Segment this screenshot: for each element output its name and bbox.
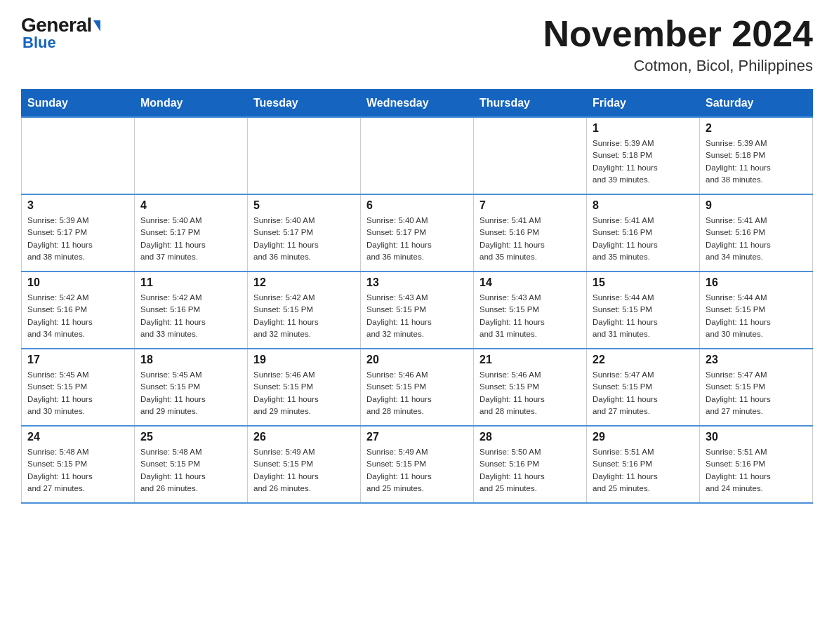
calendar-cell: 23Sunrise: 5:47 AMSunset: 5:15 PMDayligh… bbox=[700, 349, 813, 426]
day-number: 14 bbox=[479, 276, 581, 289]
day-info: Sunrise: 5:51 AMSunset: 5:16 PMDaylight:… bbox=[593, 446, 694, 495]
calendar-cell: 16Sunrise: 5:44 AMSunset: 5:15 PMDayligh… bbox=[700, 271, 813, 349]
calendar-cell: 20Sunrise: 5:46 AMSunset: 5:15 PMDayligh… bbox=[361, 349, 474, 426]
day-info: Sunrise: 5:46 AMSunset: 5:15 PMDaylight:… bbox=[253, 369, 355, 417]
day-info: Sunrise: 5:39 AMSunset: 5:18 PMDaylight:… bbox=[593, 137, 694, 186]
calendar-cell bbox=[135, 117, 248, 194]
calendar-cell bbox=[474, 117, 587, 194]
calendar-cell: 12Sunrise: 5:42 AMSunset: 5:15 PMDayligh… bbox=[248, 271, 361, 349]
calendar-cell bbox=[361, 117, 474, 194]
calendar-week-4: 17Sunrise: 5:45 AMSunset: 5:15 PMDayligh… bbox=[22, 349, 813, 426]
calendar-cell: 8Sunrise: 5:41 AMSunset: 5:16 PMDaylight… bbox=[587, 194, 700, 271]
calendar-cell bbox=[22, 117, 135, 194]
title-block: November 2024 Cotmon, Bicol, Philippines bbox=[543, 14, 813, 75]
day-number: 25 bbox=[140, 431, 241, 443]
day-number: 5 bbox=[253, 199, 355, 212]
calendar-header-wednesday: Wednesday bbox=[361, 90, 474, 118]
calendar-cell: 25Sunrise: 5:48 AMSunset: 5:15 PMDayligh… bbox=[135, 426, 248, 503]
day-number: 8 bbox=[593, 199, 694, 212]
day-number: 4 bbox=[140, 199, 241, 212]
calendar-cell: 10Sunrise: 5:42 AMSunset: 5:16 PMDayligh… bbox=[22, 271, 135, 349]
calendar-cell: 30Sunrise: 5:51 AMSunset: 5:16 PMDayligh… bbox=[700, 426, 813, 503]
day-number: 21 bbox=[479, 354, 581, 366]
day-info: Sunrise: 5:41 AMSunset: 5:16 PMDaylight:… bbox=[706, 215, 807, 263]
day-info: Sunrise: 5:49 AMSunset: 5:15 PMDaylight:… bbox=[366, 446, 468, 495]
day-info: Sunrise: 5:42 AMSunset: 5:15 PMDaylight:… bbox=[253, 292, 355, 340]
day-number: 23 bbox=[706, 354, 807, 366]
calendar-header-row: SundayMondayTuesdayWednesdayThursdayFrid… bbox=[22, 90, 813, 118]
calendar-cell: 29Sunrise: 5:51 AMSunset: 5:16 PMDayligh… bbox=[587, 426, 700, 503]
day-info: Sunrise: 5:39 AMSunset: 5:17 PMDaylight:… bbox=[27, 215, 128, 263]
day-number: 18 bbox=[140, 354, 241, 366]
day-info: Sunrise: 5:44 AMSunset: 5:15 PMDaylight:… bbox=[593, 292, 694, 340]
day-number: 16 bbox=[706, 276, 807, 289]
day-info: Sunrise: 5:50 AMSunset: 5:16 PMDaylight:… bbox=[479, 446, 581, 495]
day-number: 10 bbox=[27, 276, 128, 289]
calendar-week-1: 1Sunrise: 5:39 AMSunset: 5:18 PMDaylight… bbox=[22, 117, 813, 194]
day-number: 26 bbox=[253, 431, 355, 443]
day-info: Sunrise: 5:48 AMSunset: 5:15 PMDaylight:… bbox=[140, 446, 241, 495]
logo: General Blue bbox=[21, 14, 100, 52]
day-info: Sunrise: 5:40 AMSunset: 5:17 PMDaylight:… bbox=[140, 215, 241, 263]
calendar-cell: 21Sunrise: 5:46 AMSunset: 5:15 PMDayligh… bbox=[474, 349, 587, 426]
day-info: Sunrise: 5:41 AMSunset: 5:16 PMDaylight:… bbox=[479, 215, 581, 263]
day-info: Sunrise: 5:41 AMSunset: 5:16 PMDaylight:… bbox=[593, 215, 694, 263]
day-number: 15 bbox=[593, 276, 694, 289]
day-number: 22 bbox=[593, 354, 694, 366]
day-info: Sunrise: 5:40 AMSunset: 5:17 PMDaylight:… bbox=[253, 215, 355, 263]
day-info: Sunrise: 5:46 AMSunset: 5:15 PMDaylight:… bbox=[479, 369, 581, 417]
day-info: Sunrise: 5:42 AMSunset: 5:16 PMDaylight:… bbox=[27, 292, 128, 340]
day-number: 20 bbox=[366, 354, 468, 366]
day-number: 11 bbox=[140, 276, 241, 289]
calendar-cell: 5Sunrise: 5:40 AMSunset: 5:17 PMDaylight… bbox=[248, 194, 361, 271]
calendar-header-tuesday: Tuesday bbox=[248, 90, 361, 118]
day-number: 27 bbox=[366, 431, 468, 443]
day-info: Sunrise: 5:47 AMSunset: 5:15 PMDaylight:… bbox=[706, 369, 807, 417]
day-info: Sunrise: 5:45 AMSunset: 5:15 PMDaylight:… bbox=[27, 369, 128, 417]
day-number: 12 bbox=[253, 276, 355, 289]
day-number: 6 bbox=[366, 199, 468, 212]
calendar-cell: 11Sunrise: 5:42 AMSunset: 5:16 PMDayligh… bbox=[135, 271, 248, 349]
calendar-cell: 24Sunrise: 5:48 AMSunset: 5:15 PMDayligh… bbox=[22, 426, 135, 503]
calendar-cell: 2Sunrise: 5:39 AMSunset: 5:18 PMDaylight… bbox=[700, 117, 813, 194]
day-number: 13 bbox=[366, 276, 468, 289]
day-info: Sunrise: 5:42 AMSunset: 5:16 PMDaylight:… bbox=[140, 292, 241, 340]
calendar-header-saturday: Saturday bbox=[700, 90, 813, 118]
calendar-cell: 15Sunrise: 5:44 AMSunset: 5:15 PMDayligh… bbox=[587, 271, 700, 349]
day-info: Sunrise: 5:48 AMSunset: 5:15 PMDaylight:… bbox=[27, 446, 128, 495]
logo-blue: Blue bbox=[22, 34, 56, 52]
day-info: Sunrise: 5:45 AMSunset: 5:15 PMDaylight:… bbox=[140, 369, 241, 417]
day-number: 3 bbox=[27, 199, 128, 212]
calendar-cell: 18Sunrise: 5:45 AMSunset: 5:15 PMDayligh… bbox=[135, 349, 248, 426]
day-number: 7 bbox=[479, 199, 581, 212]
calendar-cell: 3Sunrise: 5:39 AMSunset: 5:17 PMDaylight… bbox=[22, 194, 135, 271]
calendar-cell: 6Sunrise: 5:40 AMSunset: 5:17 PMDaylight… bbox=[361, 194, 474, 271]
calendar-cell: 17Sunrise: 5:45 AMSunset: 5:15 PMDayligh… bbox=[22, 349, 135, 426]
day-number: 19 bbox=[253, 354, 355, 366]
day-info: Sunrise: 5:51 AMSunset: 5:16 PMDaylight:… bbox=[706, 446, 807, 495]
day-info: Sunrise: 5:46 AMSunset: 5:15 PMDaylight:… bbox=[366, 369, 468, 417]
calendar-table: SundayMondayTuesdayWednesdayThursdayFrid… bbox=[21, 89, 813, 504]
calendar-cell: 1Sunrise: 5:39 AMSunset: 5:18 PMDaylight… bbox=[587, 117, 700, 194]
calendar-cell: 19Sunrise: 5:46 AMSunset: 5:15 PMDayligh… bbox=[248, 349, 361, 426]
day-number: 1 bbox=[593, 122, 694, 135]
page-header: General Blue November 2024 Cotmon, Bicol… bbox=[21, 14, 813, 75]
day-number: 30 bbox=[706, 431, 807, 443]
calendar-cell: 26Sunrise: 5:49 AMSunset: 5:15 PMDayligh… bbox=[248, 426, 361, 503]
day-number: 24 bbox=[27, 431, 128, 443]
calendar-cell bbox=[248, 117, 361, 194]
day-number: 29 bbox=[593, 431, 694, 443]
day-number: 2 bbox=[706, 122, 807, 135]
day-info: Sunrise: 5:47 AMSunset: 5:15 PMDaylight:… bbox=[593, 369, 694, 417]
location-title: Cotmon, Bicol, Philippines bbox=[543, 57, 813, 75]
calendar-week-5: 24Sunrise: 5:48 AMSunset: 5:15 PMDayligh… bbox=[22, 426, 813, 503]
calendar-cell: 27Sunrise: 5:49 AMSunset: 5:15 PMDayligh… bbox=[361, 426, 474, 503]
day-info: Sunrise: 5:43 AMSunset: 5:15 PMDaylight:… bbox=[366, 292, 468, 340]
day-info: Sunrise: 5:49 AMSunset: 5:15 PMDaylight:… bbox=[253, 446, 355, 495]
calendar-cell: 22Sunrise: 5:47 AMSunset: 5:15 PMDayligh… bbox=[587, 349, 700, 426]
day-info: Sunrise: 5:40 AMSunset: 5:17 PMDaylight:… bbox=[366, 215, 468, 263]
day-number: 17 bbox=[27, 354, 128, 366]
day-number: 28 bbox=[479, 431, 581, 443]
day-info: Sunrise: 5:39 AMSunset: 5:18 PMDaylight:… bbox=[706, 137, 807, 186]
calendar-cell: 9Sunrise: 5:41 AMSunset: 5:16 PMDaylight… bbox=[700, 194, 813, 271]
